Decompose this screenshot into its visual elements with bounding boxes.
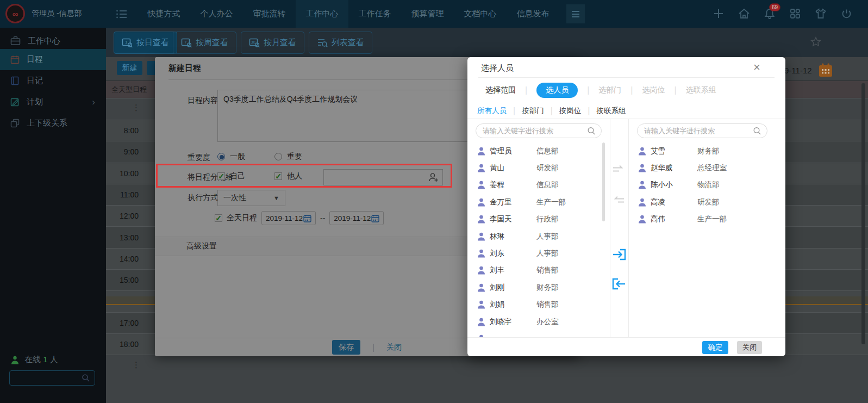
new-schedule-button[interactable]: 新建 <box>117 61 142 75</box>
view-by-day-button[interactable]: 1 按日查看 <box>114 32 177 54</box>
main-menu: 快捷方式个人办公审批流转工作中心工作任务预算管理文档中心信息发布 <box>138 0 559 28</box>
person-row[interactable]: 刘丰 销售部 <box>477 262 602 279</box>
people-filter-tab[interactable]: 所有人员 <box>477 106 507 116</box>
divider <box>628 119 629 337</box>
person-row[interactable]: 刘晓宇 办公室 <box>477 313 602 330</box>
person-row[interactable]: 艾雪 财务部 <box>638 142 771 159</box>
selected-people-search-input[interactable]: 请输入关键字进行搜索 <box>637 123 767 138</box>
person-icon <box>638 215 646 224</box>
nav-menu-item[interactable]: 工作任务 <box>348 0 401 28</box>
person-row[interactable]: 李国天 行政部 <box>477 211 602 228</box>
assign-self-checkbox[interactable]: ✓ 自己 <box>217 171 245 181</box>
close-link[interactable]: 关闭 <box>386 343 402 352</box>
nav-menu-item[interactable]: 文档中心 <box>454 0 507 28</box>
sidebar-item-diary[interactable]: 日记 › <box>0 70 106 91</box>
view-as-list-button[interactable]: 列表查看 <box>309 32 372 54</box>
favorite-star-icon[interactable] <box>810 36 821 49</box>
brand: ∞ 管理员 -信息部 <box>5 4 82 23</box>
save-button[interactable]: 保存 <box>332 340 360 355</box>
datepicker-calendar-icon[interactable] <box>817 62 834 78</box>
importance-important-radio[interactable]: 重要 <box>274 152 302 162</box>
power-icon[interactable] <box>840 7 853 20</box>
importance-general-radio[interactable]: 一般 <box>217 152 245 162</box>
view-by-month-button[interactable]: 30 按月查看 <box>241 32 304 54</box>
select-mode-tab[interactable]: 选部门 <box>598 85 621 95</box>
people-filter-tabs: |所有人员|按部门|按岗位|按联系组 <box>477 105 626 117</box>
checkbox-checked-icon[interactable]: ✓ <box>215 214 222 222</box>
select-person-dialog: 选择人员 × |选择范围|选人员|选部门|选岗位|选联系组 |所有人员|按部门|… <box>467 57 785 356</box>
add-person-icon[interactable] <box>428 172 439 182</box>
date-from-input[interactable]: 2019-11-12 <box>261 211 316 225</box>
person-row[interactable]: 黃山 研发部 <box>477 159 602 176</box>
selected-people-list: 艾雪 财务部 赵华威 总经理室 陈小小 物流部 高凌 研发部 高伟 <box>638 142 771 337</box>
person-row[interactable]: 管理员 信息部 <box>477 142 602 159</box>
importance-label: 重要度 <box>188 153 210 163</box>
list-scrollbar[interactable] <box>602 142 605 221</box>
sidebar-item-plan[interactable]: 计划 › <box>0 91 106 113</box>
page-scrollbar[interactable] <box>861 83 865 344</box>
home-icon[interactable] <box>738 7 751 20</box>
person-row[interactable]: 刘娟 销售部 <box>477 296 602 313</box>
sidebar-item-label: 日记 <box>27 76 43 86</box>
remove-selected-icon[interactable] <box>612 278 626 292</box>
assign-person-input[interactable] <box>323 169 443 185</box>
confirm-button[interactable]: 确定 <box>702 341 728 354</box>
sidebar-item-schedule[interactable]: 日程 <box>0 49 106 70</box>
sidebar-section-workcenter[interactable]: 工作中心 <box>0 30 106 51</box>
theme-shirt-icon[interactable] <box>814 7 827 20</box>
nav-menu-item[interactable]: 工作中心 <box>296 0 348 28</box>
more-menu-icon[interactable] <box>566 4 585 23</box>
checkbox-checked-icon: ✓ <box>274 172 282 180</box>
person-icon <box>477 300 485 309</box>
calendar-week-icon: 7 <box>181 38 192 48</box>
close-button[interactable]: 关闭 <box>737 341 762 354</box>
person-row[interactable]: 陈小小 物流部 <box>638 177 771 194</box>
person-row[interactable]: 高凌 研发部 <box>638 194 771 210</box>
apps-grid-icon[interactable] <box>789 7 802 20</box>
nav-menu-item[interactable]: 信息发布 <box>507 0 559 28</box>
sidebar-search-input[interactable] <box>9 370 95 386</box>
select-mode-tab[interactable]: 选联系组 <box>686 85 716 95</box>
people-filter-tab[interactable]: 按部门 <box>522 106 544 116</box>
footer-divider: | <box>372 343 374 352</box>
radio-unselected-icon <box>274 153 282 160</box>
add-icon[interactable] <box>712 7 725 20</box>
move-right-icon[interactable] <box>612 165 625 176</box>
nav-menu-item[interactable]: 预算管理 <box>401 0 454 28</box>
add-selected-icon[interactable] <box>612 249 626 263</box>
person-row[interactable]: 刘东 人事部 <box>477 245 602 262</box>
person-icon <box>638 164 646 172</box>
person-row[interactable]: 刘刚 财务部 <box>477 279 602 296</box>
date-to-input[interactable]: 2019-11-12 <box>329 211 384 225</box>
overflow-dots-bottom: ⋮ <box>106 356 868 377</box>
person-row[interactable]: 赵华威 总经理室 <box>638 159 771 176</box>
person-row[interactable]: 高伟 生产一部 <box>638 211 771 228</box>
people-filter-tab[interactable]: 按岗位 <box>559 106 582 116</box>
select-mode-tab[interactable]: 选岗位 <box>642 85 665 95</box>
person-row[interactable]: 金万里 生产一部 <box>477 194 602 210</box>
person-row[interactable] <box>477 330 602 337</box>
assign-other-checkbox[interactable]: ✓ 他人 <box>274 171 302 181</box>
select-mode-tab[interactable]: 选择范围 <box>485 85 516 95</box>
view-by-week-button[interactable]: 7 按周查看 <box>173 32 236 54</box>
content-label: 日程内容 <box>188 96 218 106</box>
move-left-icon[interactable] <box>612 196 625 207</box>
people-filter-tab[interactable]: 按联系组 <box>596 106 626 116</box>
nav-menu-item[interactable]: 审批流转 <box>243 0 296 28</box>
calendar-icon <box>303 214 311 222</box>
notifications-icon[interactable]: 69 <box>763 7 776 20</box>
close-icon[interactable]: × <box>753 60 760 75</box>
menu-list-icon[interactable] <box>115 8 128 23</box>
nav-actions: 69 <box>712 7 853 20</box>
person-row[interactable]: 姜程 信息部 <box>477 177 602 194</box>
nav-menu-item[interactable]: 个人办公 <box>190 0 243 28</box>
logo-icon: ∞ <box>5 4 25 23</box>
all-people-search-input[interactable]: 请输入关键字进行搜索 <box>476 123 602 138</box>
radio-selected-icon <box>217 153 225 160</box>
person-row[interactable]: 林琳 人事部 <box>477 228 602 245</box>
nav-menu-item[interactable]: 快捷方式 <box>138 0 190 28</box>
exec-mode-select[interactable]: 一次性 ▼ <box>217 190 285 206</box>
tab-separator: | <box>588 106 590 116</box>
sidebar-item-hierarchy[interactable]: 上下级关系 <box>0 113 106 134</box>
select-mode-tab[interactable]: 选人员 <box>536 83 578 98</box>
